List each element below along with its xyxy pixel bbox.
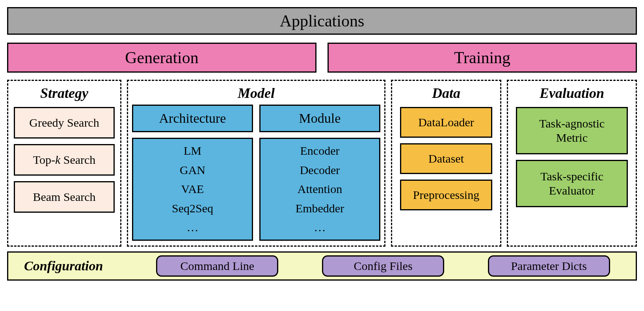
module-header: Module (259, 105, 380, 132)
module-item: … (314, 219, 326, 236)
config-item-config-files: Config Files (322, 255, 444, 277)
module-item: Decoder (300, 162, 340, 178)
training-header: Training (328, 43, 637, 73)
architecture-item: LM (184, 143, 201, 159)
data-item-dataloader: DataLoader (400, 107, 492, 138)
architecture-item: … (187, 219, 199, 236)
architecture-item: GAN (180, 162, 205, 178)
data-item-label: Preprocessing (413, 188, 479, 202)
architecture-label: Architecture (159, 111, 226, 126)
module-item: Encoder (300, 143, 340, 159)
evaluation-item-agnostic: Task-agnostic Metric (516, 107, 628, 154)
config-item-label: Command Line (181, 259, 254, 273)
architecture-column: Architecture LM GAN VAE Seq2Seq … (132, 105, 253, 241)
evaluation-item-line2: Evaluator (549, 184, 595, 198)
evaluation-title: Evaluation (512, 85, 632, 101)
strategy-item-label: Top-k Search (33, 153, 96, 167)
data-title: Data (396, 85, 496, 101)
data-item-preprocessing: Preprocessing (400, 180, 492, 210)
strategy-title: Strategy (12, 85, 116, 101)
strategy-item-beam: Beam Search (14, 181, 115, 213)
data-group: Data DataLoader Dataset Preprocessing (391, 80, 501, 247)
architecture-list: LM GAN VAE Seq2Seq … (132, 138, 253, 241)
evaluation-item-line1: Task-agnostic (539, 116, 605, 131)
strategy-item-label: Beam Search (33, 190, 95, 204)
strategy-item-greedy: Greedy Search (14, 107, 115, 139)
config-item-label: Parameter Dicts (511, 259, 586, 273)
module-column: Module Encoder Decoder Attention Embedde… (259, 105, 380, 241)
applications-header: Applications (7, 7, 637, 35)
module-label: Module (299, 111, 341, 126)
evaluation-group: Evaluation Task-agnostic Metric Task-spe… (507, 80, 637, 247)
architecture-item: VAE (181, 181, 204, 197)
data-item-label: DataLoader (418, 116, 474, 129)
strategy-group: Strategy Greedy Search Top-k Search Beam… (7, 80, 121, 247)
strategy-item-label: Greedy Search (29, 116, 99, 129)
module-item: Attention (298, 181, 342, 197)
evaluation-item-line1: Task-specific (540, 169, 603, 184)
config-item-command-line: Command Line (156, 255, 278, 277)
data-item-dataset: Dataset (400, 143, 492, 174)
generation-training-row: Generation Training (7, 43, 637, 73)
generation-label: Generation (125, 48, 199, 67)
training-label: Training (454, 48, 510, 67)
data-item-label: Dataset (428, 152, 464, 165)
config-item-parameter-dicts: Parameter Dicts (488, 255, 610, 277)
configuration-items: Command Line Config Files Parameter Dict… (130, 255, 636, 277)
architecture-item: Seq2Seq (172, 200, 213, 217)
model-group: Model Architecture LM GAN VAE Seq2Seq … … (127, 80, 385, 247)
evaluation-item-line2: Metric (556, 131, 588, 145)
architecture-header: Architecture (132, 105, 253, 132)
evaluation-item-specific: Task-specific Evaluator (516, 160, 628, 207)
generation-header: Generation (7, 43, 316, 73)
module-item: Embedder (296, 200, 344, 217)
config-item-label: Config Files (354, 259, 412, 273)
strategy-item-topk: Top-k Search (14, 144, 115, 176)
configuration-title: Configuration (8, 259, 130, 274)
applications-label: Applications (280, 11, 365, 30)
model-title: Model (132, 85, 380, 101)
module-list: Encoder Decoder Attention Embedder … (259, 138, 380, 241)
configuration-bar: Configuration Command Line Config Files … (7, 251, 637, 281)
module-groups-row: Strategy Greedy Search Top-k Search Beam… (7, 80, 637, 247)
